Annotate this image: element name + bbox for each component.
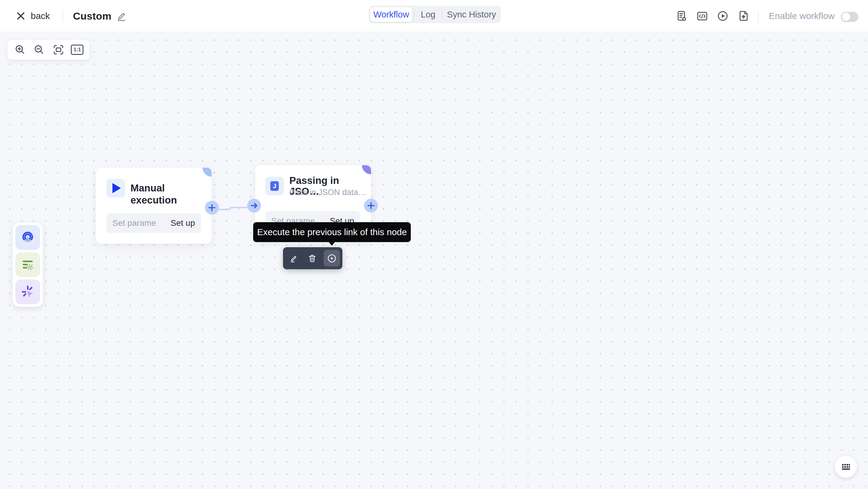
node-title: Manual execution (130, 182, 212, 194)
tab-log[interactable]: Log (414, 6, 442, 23)
zoom-toolbar: 1:1 (7, 40, 90, 60)
export-icon[interactable] (738, 10, 750, 22)
add-node-button[interactable] (364, 199, 378, 213)
tooltip-caret (328, 242, 336, 246)
trigger-icon[interactable] (16, 225, 40, 250)
edit-title-icon[interactable] (116, 10, 127, 22)
keyboard-shortcuts-button[interactable] (835, 456, 857, 478)
back-button[interactable]: back (16, 0, 50, 32)
zoom-in-icon[interactable] (13, 43, 27, 56)
top-bar: back Custom Workflow Log Sync History (0, 0, 868, 32)
execute-previous-link-icon[interactable] (324, 250, 340, 267)
tab-sync-history[interactable]: Sync History (442, 6, 501, 23)
node-manual-execution[interactable]: Manual execution Set parame Set up (96, 167, 212, 244)
fit-view-icon[interactable] (52, 43, 65, 56)
node-title: Passing in JSO… (289, 175, 371, 186)
code-icon[interactable] (696, 10, 708, 22)
tooltip: Execute the previous link of this node (253, 222, 411, 242)
play-icon (106, 179, 125, 197)
node-subtitle: Pass in JSON data… (289, 188, 366, 197)
actions-divider (758, 10, 758, 23)
enable-workflow-label: Enable workflow (769, 0, 835, 32)
edit-node-icon[interactable] (285, 250, 302, 267)
workflow-canvas[interactable]: 1:1 (0, 32, 868, 489)
header-divider (62, 10, 63, 22)
close-icon (16, 11, 26, 21)
node-corner-fold (362, 165, 371, 174)
add-node-button[interactable] (205, 201, 219, 215)
setup-button[interactable]: Set up (170, 218, 195, 228)
node-param-bar: Set parame Set up (106, 213, 201, 233)
json-letter-badge: J (270, 181, 279, 191)
delete-node-icon[interactable] (304, 250, 320, 267)
workflow-title: Custom (73, 0, 112, 32)
actual-size-label: 1:1 (73, 47, 81, 53)
back-label: back (31, 11, 50, 21)
enable-workflow-toggle[interactable] (841, 12, 858, 22)
input-port-arrow-icon[interactable] (247, 199, 261, 213)
tab-workflow[interactable]: Workflow (370, 7, 412, 22)
tooltip-text: Execute the previous link of this node (257, 227, 407, 237)
node-corner-fold (203, 167, 212, 177)
run-icon[interactable] (717, 10, 729, 22)
toggle-knob (842, 13, 850, 21)
actual-size-icon[interactable]: 1:1 (71, 44, 84, 55)
node-toolbar (283, 247, 342, 269)
param-label: Set parame (113, 218, 156, 228)
json-icon: J (265, 177, 284, 195)
log-icon[interactable] (676, 10, 688, 22)
view-tabs: Workflow Log Sync History (369, 6, 501, 23)
interaction-icon[interactable] (16, 279, 40, 304)
node-dock (13, 222, 43, 307)
action-settings-icon[interactable] (16, 252, 40, 277)
zoom-out-icon[interactable] (33, 43, 46, 56)
